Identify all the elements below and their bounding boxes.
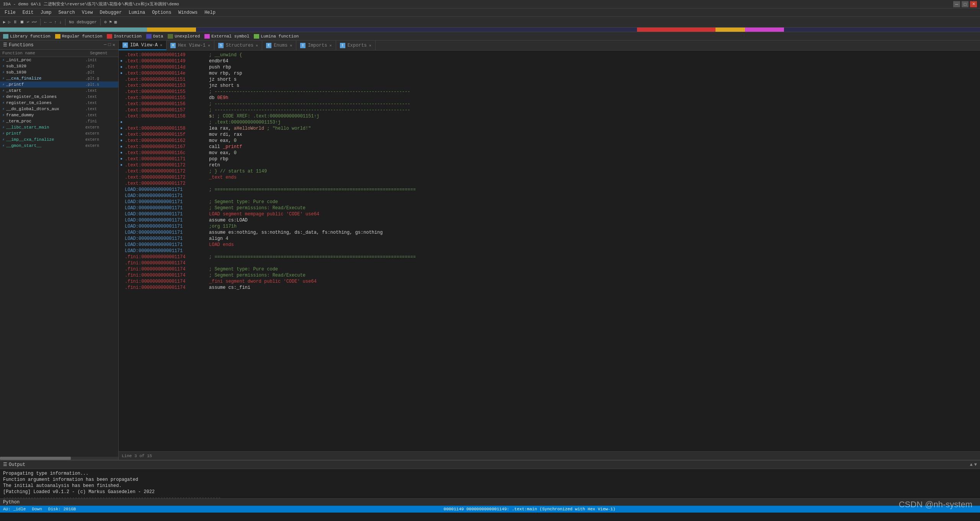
code-line[interactable]: LOAD:0000000000001171 assume es:nothing,… bbox=[119, 230, 980, 236]
code-line[interactable]: ●.text:000000000000115f mov rdi, rax bbox=[119, 132, 980, 138]
menubar-item-options[interactable]: Options bbox=[149, 9, 174, 16]
code-line[interactable]: LOAD:0000000000001171LOAD segment mempag… bbox=[119, 211, 980, 217]
code-line[interactable]: .text:0000000000001172_text ends bbox=[119, 174, 980, 181]
tab-close-btn[interactable]: ✕ bbox=[208, 43, 210, 48]
tab-hex-view-1[interactable]: HHex View-1✕ bbox=[167, 41, 214, 50]
maximize-button[interactable]: □ bbox=[962, 1, 969, 7]
sidebar-item-register-tm-clones[interactable]: ⚡register_tm_clones.text bbox=[0, 100, 118, 106]
menubar-item-file[interactable]: File bbox=[2, 9, 19, 16]
functions-max-btn[interactable]: □ bbox=[108, 42, 111, 48]
legend-instruction[interactable]: Instruction bbox=[107, 34, 142, 39]
tab-structures[interactable]: SStructures✕ bbox=[214, 41, 262, 50]
menubar-item-help[interactable]: Help bbox=[201, 9, 219, 16]
code-line[interactable]: .text:0000000000001157 ; ---------------… bbox=[119, 107, 980, 113]
tab-close-btn[interactable]: ✕ bbox=[256, 43, 258, 48]
function-name: register_tm_clones bbox=[6, 101, 85, 105]
tab-exports[interactable]: IExports✕ bbox=[336, 41, 376, 50]
sidebar-item--printf[interactable]: ⚡_printf.plt.s bbox=[0, 81, 118, 88]
code-line[interactable]: ●.text:000000000000116c mov eax, 0 bbox=[119, 150, 980, 156]
code-line[interactable]: ●.text:0000000000001171 pop rbp bbox=[119, 156, 980, 162]
code-line[interactable]: .text:0000000000001155 db 0E9h bbox=[119, 95, 980, 101]
code-line[interactable]: .text:0000000000001156 ; ---------------… bbox=[119, 101, 980, 107]
tab-close-btn[interactable]: ✕ bbox=[290, 43, 292, 48]
tab-close-btn[interactable]: ✕ bbox=[160, 43, 162, 47]
code-line[interactable]: ●.text:0000000000001149 endbr64 bbox=[119, 58, 980, 64]
code-line[interactable]: LOAD:0000000000001171; Segment type: Pur… bbox=[119, 199, 980, 205]
code-line[interactable]: .text:0000000000001158s: ; CODE XREF: .t… bbox=[119, 113, 980, 119]
sidebar-item---cxa-finalize[interactable]: ⚡__cxa_finalize.plt.g bbox=[0, 75, 118, 81]
code-line[interactable]: .fini:0000000000001174 bbox=[119, 260, 980, 266]
menubar-item-view[interactable]: View bbox=[79, 9, 96, 16]
code-line[interactable]: ●.text:0000000000001167 call _printf bbox=[119, 144, 980, 150]
legend-lumina[interactable]: Lumina function bbox=[254, 34, 299, 39]
legend-unexplored[interactable]: Unexplored bbox=[168, 34, 200, 39]
code-line[interactable]: LOAD:0000000000001171 assume cs:LOAD bbox=[119, 217, 980, 223]
code-line[interactable]: .fini:0000000000001174_fini segment dwor… bbox=[119, 278, 980, 285]
sidebar-item--term-proc[interactable]: ⚡_term_proc.fini bbox=[0, 118, 118, 124]
code-line[interactable]: LOAD:0000000000001171 ;org 1171h bbox=[119, 223, 980, 230]
code-line[interactable]: .fini:0000000000001174; Segment type: Pu… bbox=[119, 266, 980, 272]
sidebar-item--start[interactable]: ⚡_start.text bbox=[0, 88, 118, 94]
tab-ida-view-a[interactable]: AIDA View-A✕ bbox=[119, 41, 167, 50]
code-line[interactable]: .text:0000000000001155 ; ---------------… bbox=[119, 89, 980, 95]
tab-close-btn[interactable]: ✕ bbox=[369, 43, 371, 48]
minimize-button[interactable]: ─ bbox=[953, 1, 960, 7]
code-line[interactable]: ● ; .text:0000000000001153↑j bbox=[119, 119, 980, 125]
function-icon: ⚡ bbox=[2, 107, 5, 111]
legend-library[interactable]: Library function bbox=[3, 34, 51, 39]
code-view[interactable]: .text:0000000000001149; __unwind {●.text… bbox=[119, 50, 980, 451]
code-line[interactable]: LOAD:0000000000001171; Segment permissio… bbox=[119, 205, 980, 211]
sidebar-scrollbar[interactable] bbox=[0, 457, 118, 460]
sidebar-item---do-global-dtors-aux[interactable]: ⚡__do_global_dtors_aux.text bbox=[0, 106, 118, 112]
sidebar-item---imp--cxa-finalize[interactable]: ⚡__imp__cxa_finalizeextern bbox=[0, 137, 118, 143]
functions-list[interactable]: ⚡_init_proc.init⚡sub_1020.plt⚡sub_1030.p… bbox=[0, 57, 118, 456]
code-line[interactable]: LOAD:0000000000001171LOAD ends bbox=[119, 242, 980, 248]
code-line[interactable]: ●.text:000000000000114e mov rbp, rsp bbox=[119, 70, 980, 77]
functions-min-btn[interactable]: ─ bbox=[104, 42, 106, 48]
menubar-item-jump[interactable]: Jump bbox=[38, 9, 55, 16]
code-line[interactable]: LOAD:0000000000001171 bbox=[119, 193, 980, 199]
sidebar-scrollbar-thumb[interactable] bbox=[0, 457, 71, 460]
output-scroll-down[interactable]: ▼ bbox=[974, 462, 977, 467]
code-line[interactable]: ●.text:0000000000001162 mov eax, 0 bbox=[119, 138, 980, 144]
sidebar-item-sub-1030[interactable]: ⚡sub_1030.plt bbox=[0, 69, 118, 75]
code-line[interactable]: ●.text:0000000000001158 lea rax, aHelloW… bbox=[119, 125, 980, 132]
code-line[interactable]: .text:0000000000001172; } // starts at 1… bbox=[119, 168, 980, 174]
code-bullet: ● bbox=[120, 150, 125, 156]
sidebar-item-sub-1020[interactable]: ⚡sub_1020.plt bbox=[0, 63, 118, 69]
code-line[interactable]: LOAD:0000000000001171; =================… bbox=[119, 187, 980, 193]
tab-close-btn[interactable]: ✕ bbox=[330, 43, 332, 48]
code-line[interactable]: .fini:0000000000001174; Segment permissi… bbox=[119, 272, 980, 278]
output-scroll-up[interactable]: ▲ bbox=[970, 462, 973, 467]
code-line[interactable]: .text:0000000000001149; __unwind { bbox=[119, 52, 980, 58]
menubar-item-edit[interactable]: Edit bbox=[20, 9, 37, 16]
code-line[interactable]: ●.text:0000000000001172 retn bbox=[119, 162, 980, 168]
legend-library-box bbox=[3, 34, 8, 39]
sidebar-item-deregister-tm-clones[interactable]: ⚡deregister_tm_clones.text bbox=[0, 94, 118, 100]
tab-imports[interactable]: IImports✕ bbox=[296, 41, 336, 50]
code-line[interactable]: LOAD:0000000000001171 bbox=[119, 248, 980, 254]
sidebar-item---gmon-start--[interactable]: ⚡__gmon_start__extern bbox=[0, 143, 118, 149]
functions-close-btn[interactable]: ✕ bbox=[113, 42, 115, 48]
menubar-item-search[interactable]: Search bbox=[55, 9, 78, 16]
menubar-item-lumina[interactable]: Lumina bbox=[126, 9, 148, 16]
code-line[interactable]: .fini:0000000000001174 assume cs:_fini bbox=[119, 285, 980, 291]
legend-data[interactable]: Data bbox=[146, 34, 163, 39]
sidebar-item---libc-start-main[interactable]: ⚡__libc_start_mainextern bbox=[0, 124, 118, 130]
menubar-item-debugger[interactable]: Debugger bbox=[96, 9, 125, 16]
menubar-item-windows[interactable]: Windows bbox=[175, 9, 201, 16]
code-line[interactable]: ●.text:000000000000114d push rbp bbox=[119, 64, 980, 70]
tab-enums[interactable]: EEnums✕ bbox=[262, 41, 296, 50]
code-line[interactable]: .text:0000000000001153 jnz short s bbox=[119, 83, 980, 89]
close-button[interactable]: ✕ bbox=[970, 1, 977, 7]
code-address: .text:0000000000001153 bbox=[125, 83, 209, 89]
sidebar-item-printf[interactable]: ⚡printfextern bbox=[0, 130, 118, 137]
legend-regular[interactable]: Regular function bbox=[55, 34, 103, 39]
code-line[interactable]: .text:0000000000001151 jz short s bbox=[119, 77, 980, 83]
code-line[interactable]: LOAD:0000000000001171 align 4 bbox=[119, 236, 980, 242]
legend-external[interactable]: External symbol bbox=[204, 34, 249, 39]
sidebar-item--init-proc[interactable]: ⚡_init_proc.init bbox=[0, 57, 118, 63]
code-line[interactable]: .text:0000000000001172 bbox=[119, 181, 980, 187]
code-line[interactable]: .fini:0000000000001174; ================… bbox=[119, 254, 980, 260]
sidebar-item-frame-dummy[interactable]: ⚡frame_dummy.text bbox=[0, 112, 118, 118]
